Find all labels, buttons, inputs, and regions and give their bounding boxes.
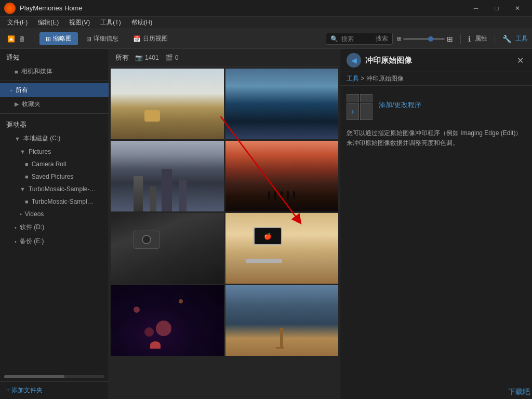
video-count: 0 (175, 54, 179, 61)
add-folder-button[interactable]: + 添加文件夹 (6, 387, 43, 394)
toolbar: 🔼 🖥 ⊞ 缩略图 ⊟ 详细信息 📅 日历视图 🔍 搜索 ⊞ ⊞ (0, 29, 532, 49)
sidebar-item-videos[interactable]: • Videos (0, 208, 109, 220)
info-icon: ℹ (468, 35, 471, 43)
app-logo (4, 3, 16, 14)
photo-1-image (111, 69, 224, 139)
photo-2-image (225, 69, 339, 139)
minimize-button[interactable]: ─ (466, 0, 486, 17)
title-bar: PlayMemories Home ─ □ ✕ (0, 0, 532, 17)
photo-1[interactable] (111, 69, 224, 139)
menu-tools[interactable]: 工具(T) (95, 17, 126, 28)
sidebar-item-favorites[interactable]: ▶ 收藏夹 (0, 97, 109, 111)
photo-4[interactable] (225, 141, 339, 211)
window-controls: ─ □ ✕ (466, 0, 528, 17)
folder-expand-icon: ▼ (20, 149, 25, 155)
photos-area: 所有 📷 1401 🎬 0 (109, 49, 340, 399)
panel-title: 冲印原始图像 (365, 56, 412, 65)
photo-2[interactable] (225, 69, 339, 139)
sidebar-item-turbo-mosaic-4[interactable]: ■ TurboMosaic-Sample-4 (0, 195, 109, 208)
photos-header: 所有 📷 1401 🎬 0 (109, 49, 340, 67)
sidebar-item-local-c[interactable]: ▼ 本地磁盘 (C:) (0, 131, 109, 145)
all-photos-label: 所有 (115, 53, 129, 62)
menu-file[interactable]: 文件(F) (2, 17, 33, 28)
menu-bar: 文件(F) 编辑(E) 视图(V) 工具(T) 帮助(H) (0, 17, 532, 29)
photo-8[interactable] (225, 285, 339, 356)
sidebar-spacer (0, 248, 109, 259)
grid-cell-3 (360, 103, 373, 120)
camera-icon: ■ (15, 69, 18, 75)
slider-thumb[interactable] (428, 36, 433, 42)
photos-grid: 🍎 (109, 67, 340, 357)
calendar-icon: 📅 (133, 35, 141, 43)
thumbnail-view-button[interactable]: ⊞ 缩略图 (39, 32, 78, 45)
photo-5[interactable] (111, 213, 224, 284)
size-slider[interactable]: ⊞ ⊞ (397, 35, 453, 43)
sidebar-scrollbar-area (0, 259, 109, 265)
drive-icon-2: • (15, 224, 17, 231)
photo-6-image: 🍎 (225, 213, 339, 284)
calendar-view-button[interactable]: 📅 日历视图 (127, 32, 174, 45)
search-box[interactable]: 🔍 搜索 (326, 33, 393, 45)
sidebar-item-camera-media[interactable]: ■ 相机和媒体 (0, 64, 109, 78)
toolbar-right: 🔍 搜索 ⊞ ⊞ ℹ 属性 🔧 工具 (326, 33, 528, 45)
laptop-screen: 🍎 (254, 227, 282, 245)
grid-cell-plus: + (347, 103, 359, 120)
all-icon: • (10, 87, 12, 94)
drive-icon-3: • (15, 238, 17, 245)
sidebar-item-software-d[interactable]: • 软件 (D:) (0, 220, 109, 234)
photo-7[interactable] (111, 285, 224, 356)
laptop-base (246, 259, 282, 263)
details-view-button[interactable]: ⊟ 详细信息 (80, 32, 125, 45)
camera-lens (142, 235, 151, 244)
program-icon-grid: + (347, 94, 373, 120)
grid-small-icon: ⊞ (397, 36, 401, 42)
camera-body (134, 231, 159, 249)
sidebar-item-pictures[interactable]: ▼ Pictures (0, 145, 109, 158)
video-count-item: 🎬 0 (165, 54, 179, 61)
restore-button[interactable]: □ (486, 0, 507, 17)
add-program-button[interactable]: 添加/更改程序 (379, 94, 421, 110)
chevron-up-icon: 🔼 (7, 35, 15, 43)
separator-1 (34, 34, 34, 44)
photo-7-image (111, 285, 224, 356)
pier-plank (276, 347, 284, 349)
sidebar-item-turbo-mosaic[interactable]: ▼ TurboMosaic-Sample-Tile (0, 183, 109, 195)
dot-icon: ■ (25, 161, 29, 167)
photo-count: 1401 (145, 54, 159, 61)
photo-3[interactable] (111, 141, 224, 211)
panel-close-button[interactable]: ✕ (515, 54, 526, 68)
panel-description: 您可以通过指定原始图像冲印程序（例如 Imaging Edge (Edit)）来… (347, 128, 526, 148)
building-1 (134, 176, 143, 211)
notifications-header: 通知 (0, 49, 109, 64)
hay-bale-shape (144, 110, 160, 122)
photo-icon: 📷 (135, 54, 143, 61)
panel-back-button[interactable]: ◀ (347, 53, 361, 68)
breadcrumb-tool[interactable]: 工具 (347, 75, 359, 82)
sidebar-item-camera-roll[interactable]: ■ Camera Roll (0, 158, 109, 170)
photo-3-image (111, 141, 224, 211)
menu-help[interactable]: 帮助(H) (126, 17, 158, 28)
breadcrumb-separator: > (361, 75, 366, 82)
tools-label[interactable]: 工具 (515, 34, 528, 43)
main-area: 通知 ■ 相机和媒体 • 所有 ▶ 收藏夹 驱动器 ▼ 本地磁盘 (C:) ▼ … (0, 49, 532, 399)
search-input[interactable] (341, 35, 373, 43)
grid-icon: ⊞ (46, 35, 51, 43)
grid-cell-2 (360, 94, 373, 102)
sidebar-scrollbar[interactable] (4, 375, 104, 378)
grid-large-icon: ⊞ (447, 35, 453, 43)
photo-6[interactable]: 🍎 (225, 213, 339, 284)
slider-track[interactable] (403, 38, 445, 40)
nav-back-area[interactable]: 🔼 🖥 (4, 33, 29, 45)
close-button[interactable]: ✕ (507, 0, 528, 17)
pier-post (280, 328, 283, 349)
watermark: 下载吧 (508, 388, 530, 397)
panel-content: + 添加/更改程序 您可以通过指定原始图像冲印程序（例如 Imaging Edg… (340, 86, 532, 156)
sidebar-item-saved-pictures[interactable]: ■ Saved Pictures (0, 170, 109, 183)
properties-label[interactable]: 属性 (475, 34, 487, 43)
sidebar-item-backup-e[interactable]: • 备份 (E:) (0, 234, 109, 248)
menu-edit[interactable]: 编辑(E) (33, 17, 64, 28)
building-2 (150, 187, 156, 211)
dot-icon-2: ■ (25, 174, 29, 180)
menu-view[interactable]: 视图(V) (64, 17, 95, 28)
sidebar-item-all[interactable]: • 所有 (0, 83, 109, 97)
